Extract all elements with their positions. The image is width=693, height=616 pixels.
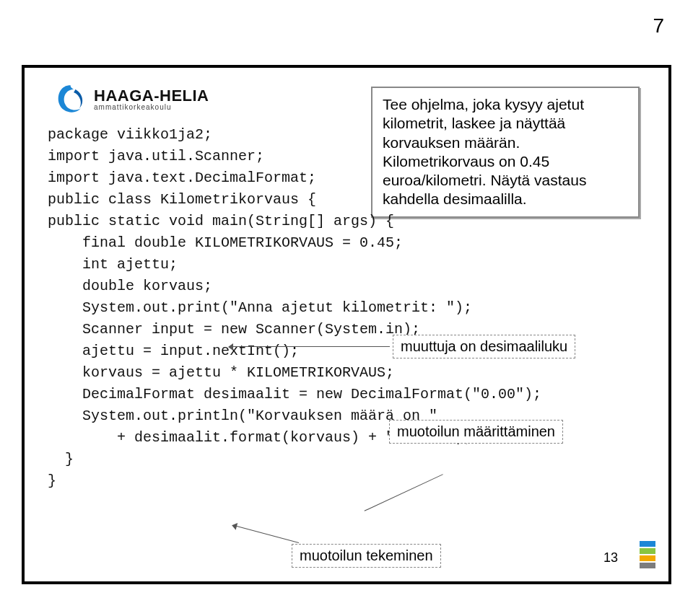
annotation-format-apply: muotoilun tekeminen	[292, 544, 441, 568]
code-line: DecimalFormat desimaalit = new DecimalFo…	[48, 386, 541, 402]
code-line: ajettu = input.nextInt();	[48, 343, 299, 359]
code-line: int ajettu;	[48, 256, 178, 273]
code-line: double korvaus;	[48, 278, 212, 294]
slide-frame: HAAGA-HELIA ammattikorkeakoulu Tee ohjel…	[22, 65, 671, 584]
page-number-top: 7	[653, 14, 664, 38]
code-line: package viikko1ja2;	[48, 126, 212, 143]
color-bars-icon	[640, 541, 655, 568]
code-line: System.out.println("Korvauksen määrä on …	[48, 408, 437, 424]
code-line: import java.text.DecimalFormat;	[48, 170, 316, 186]
code-line: final double KILOMETRIKORVAUS = 0.45;	[48, 234, 403, 251]
code-line: public class Kilometrikorvaus {	[48, 191, 316, 208]
code-line: korvaus = ajettu * KILOMETRIKORVAUS;	[48, 364, 394, 381]
arrow-to-var-annotation	[232, 346, 390, 347]
code-line: import java.util.Scanner;	[48, 148, 264, 164]
annotation-format-def: muotoilun määrittäminen	[389, 420, 563, 444]
arrow-to-format-apply	[236, 526, 299, 543]
logo: HAAGA-HELIA ammattikorkeakoulu	[53, 82, 209, 117]
logo-sub-text: ammattikorkeakoulu	[94, 104, 209, 111]
code-line: }	[48, 451, 74, 467]
code-line: Scanner input = new Scanner(System.in);	[48, 321, 420, 338]
slide-number: 13	[603, 550, 618, 566]
logo-main-text: HAAGA-HELIA	[94, 88, 209, 104]
code-line: public static void main(String[] args) {	[48, 213, 394, 229]
code-line: }	[48, 472, 56, 489]
logo-icon	[53, 82, 88, 117]
code-line: System.out.print("Anna ajetut kilometrit…	[48, 299, 472, 316]
annotation-var-type: muuttuja on desimaaliluku	[393, 335, 575, 358]
